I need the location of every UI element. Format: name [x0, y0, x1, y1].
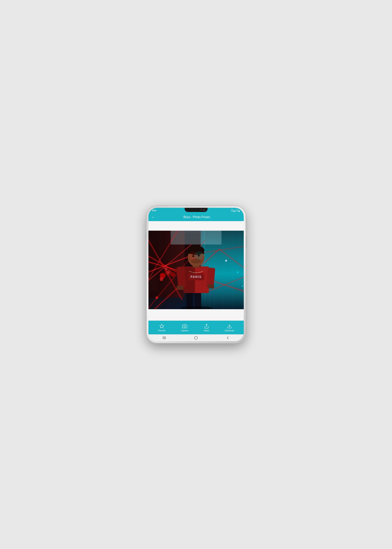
- back-nav-icon: [226, 336, 229, 340]
- share-button[interactable]: Share: [202, 322, 211, 333]
- download-button[interactable]: Download: [222, 322, 236, 333]
- nav-bar: [148, 334, 244, 341]
- share-label: Share: [204, 329, 209, 332]
- svg-marker-55: [160, 324, 164, 328]
- phone-screen: 8:51 Vo))LTE▐▐ Vo))LTE▐▐ ← Boys : Photo …: [148, 208, 244, 341]
- star-icon: [159, 324, 164, 329]
- photo-display: PARIS: [148, 231, 244, 309]
- status-time: 8:51: [152, 209, 156, 211]
- notch: [185, 208, 208, 212]
- home-icon: [194, 336, 198, 340]
- svg-rect-44: [177, 286, 183, 290]
- svg-point-30: [165, 267, 168, 270]
- page-title: Boys : Photo Poses: [158, 215, 236, 219]
- back-nav-button[interactable]: [225, 335, 231, 341]
- svg-point-32: [237, 271, 238, 273]
- front-camera-icon: [200, 209, 202, 211]
- status-icons: Vo))LTE▐▐ Vo))LTE▐▐: [231, 209, 240, 212]
- download-label: Download: [225, 329, 234, 332]
- share-icon: [204, 324, 209, 329]
- recent-apps-icon: [162, 337, 166, 339]
- camera-icon: [182, 324, 187, 329]
- camera-dot-icon: [203, 209, 205, 211]
- status-bar: 8:51 Vo))LTE▐▐ Vo))LTE▐▐: [148, 208, 244, 213]
- svg-point-29: [160, 277, 163, 281]
- phone-frame: 8:51 Vo))LTE▐▐ Vo))LTE▐▐ ← Boys : Photo …: [147, 206, 246, 343]
- svg-point-28: [171, 272, 175, 277]
- svg-point-34: [241, 285, 243, 287]
- bottom-toolbar: Favorite Capture: [148, 321, 244, 334]
- top-bar: ← Boys : Photo Poses: [148, 213, 244, 221]
- download-icon: [227, 324, 232, 329]
- svg-text:PARIS: PARIS: [190, 275, 202, 279]
- svg-point-33: [155, 296, 158, 299]
- recent-apps-button[interactable]: [161, 335, 167, 341]
- capture-button[interactable]: Capture: [179, 322, 190, 333]
- svg-point-56: [184, 325, 186, 327]
- ad-banner-top: [148, 221, 244, 231]
- home-button[interactable]: [193, 335, 199, 341]
- favorite-button[interactable]: Favorite: [156, 322, 168, 333]
- svg-point-53: [189, 251, 197, 260]
- favorite-label: Favorite: [158, 329, 166, 332]
- photo-image: PARIS: [148, 231, 244, 309]
- svg-point-62: [194, 336, 197, 339]
- svg-rect-45: [208, 284, 214, 289]
- svg-rect-11: [148, 272, 157, 291]
- svg-point-31: [225, 260, 227, 262]
- svg-rect-13: [171, 231, 221, 245]
- ad-banner-bottom: [148, 309, 244, 321]
- capture-label: Capture: [181, 329, 188, 332]
- back-button[interactable]: ←: [152, 215, 155, 219]
